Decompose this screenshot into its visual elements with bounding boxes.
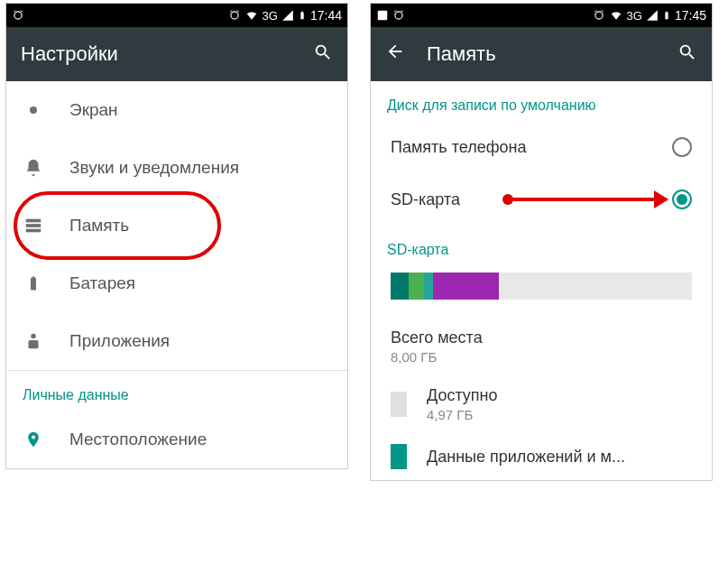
stat-label: Доступно	[427, 386, 498, 405]
radio-selected-icon[interactable]	[672, 190, 692, 209]
svg-rect-5	[29, 340, 39, 348]
alarm-icon	[12, 9, 24, 22]
brightness-icon	[23, 99, 44, 121]
search-icon[interactable]	[677, 42, 697, 66]
phone-left: 3G 17:44 Настройки Экран Звуки и у	[5, 3, 348, 469]
battery-icon	[662, 9, 671, 22]
storage-seg	[433, 273, 499, 300]
swatch-icon	[391, 444, 407, 469]
svg-rect-2	[26, 224, 41, 227]
status-bar: 3G 17:44	[6, 4, 347, 27]
option-label: SD-карта	[391, 190, 460, 209]
stat-value: 8,00 ГБ	[391, 349, 692, 365]
page-title: Настройки	[21, 42, 291, 66]
app-bar: Память	[371, 27, 712, 81]
settings-list: Экран Звуки и уведомления Память Батарея	[6, 81, 347, 468]
svg-rect-6	[378, 11, 388, 21]
alarm-icon	[228, 9, 241, 22]
row-label: Звуки и уведомления	[69, 158, 239, 178]
image-icon	[376, 9, 389, 22]
row-label: Батарея	[69, 273, 135, 293]
stat-label: Данные приложений и м...	[427, 448, 625, 467]
battery-icon	[298, 9, 307, 22]
signal-icon	[646, 9, 659, 22]
row-storage[interactable]: Память	[6, 197, 347, 254]
section-personal: Личные данные	[6, 371, 347, 411]
bell-icon	[23, 157, 44, 179]
storage-seg	[424, 273, 433, 300]
page-title: Память	[427, 42, 656, 66]
stat-label: Всего места	[391, 328, 692, 347]
option-sd-card[interactable]: SD-карта	[371, 173, 712, 226]
stat-total[interactable]: Всего места 8,00 ГБ	[371, 318, 712, 375]
stat-apps[interactable]: Данные приложений и м...	[371, 433, 712, 480]
row-sound[interactable]: Звуки и уведомления	[6, 139, 347, 197]
row-label: Приложения	[69, 331, 170, 351]
status-bar: 3G 17:45	[371, 4, 712, 27]
wifi-icon	[244, 9, 259, 22]
svg-point-0	[30, 106, 37, 114]
svg-point-4	[31, 334, 36, 339]
wifi-icon	[609, 9, 623, 22]
clock-label: 17:45	[675, 8, 706, 23]
alarm-icon	[593, 9, 605, 22]
storage-seg-free	[499, 273, 692, 300]
svg-rect-1	[26, 219, 41, 223]
back-icon[interactable]	[385, 42, 405, 67]
swatch-icon	[391, 392, 407, 417]
row-battery[interactable]: Батарея	[6, 254, 347, 312]
option-label: Память телефона	[391, 138, 526, 157]
row-label: Местоположение	[69, 430, 207, 449]
signal-icon	[281, 9, 294, 22]
row-label: Экран	[69, 100, 118, 120]
storage-seg	[409, 273, 424, 300]
radio-unselected-icon[interactable]	[672, 137, 692, 157]
arrow-annotation	[506, 198, 667, 201]
phone-right: 3G 17:45 Память Диск для записи по умолч…	[370, 3, 713, 481]
app-bar: Настройки	[6, 27, 347, 81]
stat-available[interactable]: Доступно 4,97 ГБ	[371, 375, 712, 433]
clock-label: 17:44	[310, 8, 342, 23]
row-apps[interactable]: Приложения	[6, 312, 347, 370]
row-location[interactable]: Местоположение	[6, 411, 347, 468]
row-display[interactable]: Экран	[6, 81, 347, 139]
stat-value: 4,97 ГБ	[427, 407, 498, 422]
location-icon	[23, 429, 44, 450]
apps-icon	[23, 330, 44, 352]
alarm-icon	[392, 9, 405, 22]
battery-icon	[23, 273, 44, 294]
row-label: Память	[69, 216, 129, 236]
svg-rect-3	[26, 229, 41, 233]
storage-icon	[23, 215, 44, 236]
option-phone-memory[interactable]: Память телефона	[371, 121, 712, 173]
section-sd: SD-карта	[371, 226, 712, 265]
network-label: 3G	[263, 9, 278, 23]
storage-seg	[391, 273, 409, 300]
search-icon[interactable]	[313, 42, 333, 66]
section-default-disk: Диск для записи по умолчанию	[371, 81, 712, 121]
storage-usage-bar	[391, 273, 692, 300]
network-label: 3G	[627, 9, 642, 23]
